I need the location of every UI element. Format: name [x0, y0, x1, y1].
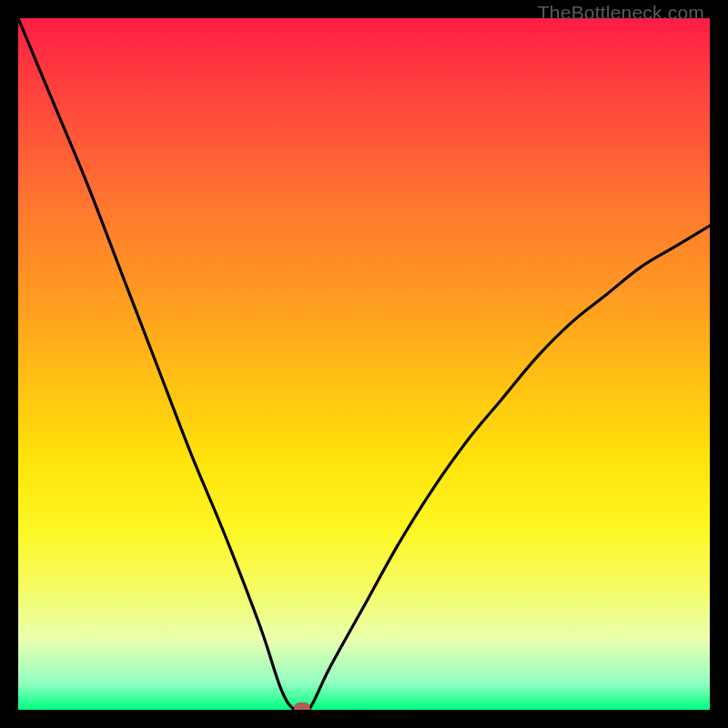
- plot-area: [18, 18, 710, 710]
- optimal-point-marker: [294, 703, 310, 710]
- watermark-text: TheBottleneck.com: [538, 2, 704, 24]
- bottleneck-curve: [18, 18, 710, 710]
